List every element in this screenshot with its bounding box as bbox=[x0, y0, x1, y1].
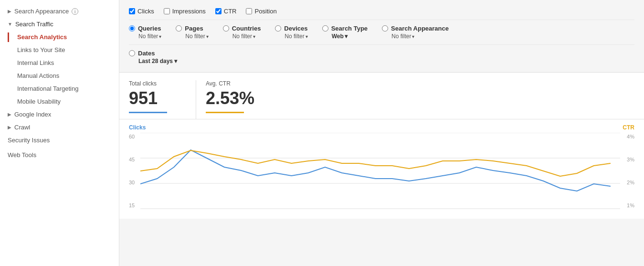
sidebar-label-crawl: Crawl bbox=[14, 124, 30, 131]
main-content: Clicks Impressions CTR Position bbox=[119, 0, 644, 266]
radio-devices[interactable]: Devices No filter ▾ bbox=[275, 25, 307, 40]
sidebar-item-search-appearance[interactable]: ▶ Search Appearance i bbox=[0, 5, 119, 18]
chevron-down-icon: ▼ bbox=[8, 21, 12, 27]
dates-row: Dates Last 28 days ▾ bbox=[129, 44, 634, 67]
sidebar-item-security-issues[interactable]: Security Issues bbox=[0, 134, 119, 147]
radio-queries-input[interactable] bbox=[129, 25, 135, 32]
checkbox-clicks-input[interactable] bbox=[129, 8, 135, 14]
checkbox-impressions-label: Impressions bbox=[172, 8, 206, 15]
radio-group: Queries No filter ▾ Pages No filter bbox=[129, 25, 449, 40]
stat-avg-ctr-label: Avg. CTR bbox=[206, 80, 254, 87]
dropdown-arrow-pages: ▾ bbox=[206, 34, 209, 39]
radio-pages-label: Pages bbox=[185, 25, 203, 32]
sidebar-group-search-traffic[interactable]: ▼ Search Traffic bbox=[0, 18, 119, 31]
sidebar-item-international-targeting[interactable]: International Targeting bbox=[8, 82, 119, 95]
radio-pages-input[interactable] bbox=[176, 25, 182, 32]
sidebar-item-google-index[interactable]: ▶ Google Index bbox=[0, 108, 119, 121]
sidebar-item-links-to-your-site[interactable]: Links to Your Site bbox=[8, 43, 119, 56]
chart-container: 60 45 30 15 4% 3% 2% 1% bbox=[129, 133, 634, 209]
stats-section: Total clicks 951 Avg. CTR 2.53% bbox=[119, 73, 644, 119]
dropdown-arrow-queries: ▾ bbox=[159, 34, 161, 39]
sidebar: ▶ Search Appearance i ▼ Search Traffic S… bbox=[0, 0, 119, 266]
checkbox-impressions-input[interactable] bbox=[164, 8, 170, 14]
radio-search-type[interactable]: Search Type Web ▾ bbox=[322, 25, 368, 40]
radio-search-appearance-input[interactable] bbox=[382, 25, 388, 32]
dates-value[interactable]: Last 28 days ▾ bbox=[138, 58, 177, 64]
checkbox-position[interactable]: Position bbox=[246, 8, 276, 15]
radio-countries-input[interactable] bbox=[223, 25, 229, 32]
radio-countries[interactable]: Countries No filter ▾ bbox=[223, 25, 261, 40]
sidebar-item-mobile-usability[interactable]: Mobile Usability bbox=[8, 95, 119, 108]
radio-devices-label: Devices bbox=[284, 25, 307, 32]
chevron-right-icon-crawl: ▶ bbox=[8, 125, 11, 130]
pages-filter-sub[interactable]: No filter ▾ bbox=[185, 33, 208, 40]
radio-search-type-input[interactable] bbox=[322, 25, 328, 32]
stat-avg-ctr-value: 2.53% bbox=[206, 89, 254, 108]
info-icon[interactable]: i bbox=[72, 8, 78, 15]
checkbox-ctr-label: CTR bbox=[224, 8, 237, 15]
sidebar-label-security-issues: Security Issues bbox=[8, 137, 50, 144]
sidebar-item-crawl[interactable]: ▶ Crawl bbox=[0, 121, 119, 134]
dates-label: Dates bbox=[138, 50, 155, 57]
chart-section: Clicks CTR 60 45 30 15 4% 3% 2% 1% bbox=[119, 119, 644, 219]
countries-filter-sub[interactable]: No filter ▾ bbox=[232, 33, 255, 40]
radio-search-appearance[interactable]: Search Appearance No filter ▾ bbox=[382, 25, 449, 40]
checkbox-ctr[interactable]: CTR bbox=[215, 8, 237, 15]
dates-group[interactable]: Dates Last 28 days ▾ bbox=[129, 50, 177, 64]
radio-search-type-label: Search Type bbox=[331, 25, 368, 32]
stat-avg-ctr: Avg. CTR 2.53% bbox=[196, 80, 264, 119]
stat-total-clicks: Total clicks 951 bbox=[129, 80, 196, 119]
devices-filter-sub[interactable]: No filter ▾ bbox=[285, 33, 307, 40]
stat-total-clicks-label: Total clicks bbox=[129, 80, 186, 87]
checkbox-ctr-input[interactable] bbox=[215, 8, 222, 14]
radio-devices-input[interactable] bbox=[275, 25, 281, 32]
sidebar-item-web-tools[interactable]: Web Tools bbox=[0, 149, 119, 161]
stat-total-clicks-value: 951 bbox=[129, 89, 186, 108]
checkbox-clicks[interactable]: Clicks bbox=[129, 8, 154, 15]
radio-pages[interactable]: Pages No filter ▾ bbox=[176, 25, 208, 40]
checkbox-clicks-label: Clicks bbox=[137, 8, 154, 15]
dropdown-arrow-countries: ▾ bbox=[253, 34, 255, 39]
dropdown-arrow-search-type: ▾ bbox=[345, 33, 348, 40]
sidebar-item-internal-links[interactable]: Internal Links bbox=[8, 56, 119, 69]
radio-dates-input[interactable] bbox=[129, 50, 135, 56]
y-axis-left: 60 45 30 15 bbox=[129, 133, 137, 209]
dropdown-arrow-dates: ▾ bbox=[174, 58, 177, 64]
sidebar-sub-search-traffic: Search Analytics Links to Your Site Inte… bbox=[0, 31, 119, 108]
chart-label-ctr: CTR bbox=[623, 124, 634, 131]
chart-svg-wrapper bbox=[140, 133, 620, 209]
checkbox-row: Clicks Impressions CTR Position bbox=[129, 5, 634, 18]
chart-svg bbox=[140, 133, 620, 209]
checkbox-impressions[interactable]: Impressions bbox=[164, 8, 206, 15]
sidebar-item-manual-actions[interactable]: Manual Actions bbox=[8, 69, 119, 82]
radio-countries-label: Countries bbox=[232, 25, 261, 32]
checkbox-position-input[interactable] bbox=[246, 8, 252, 14]
sidebar-item-search-analytics[interactable]: Search Analytics bbox=[8, 31, 119, 43]
sidebar-label-search-appearance: Search Appearance bbox=[14, 8, 69, 15]
sidebar-label-search-traffic: Search Traffic bbox=[15, 21, 53, 28]
sidebar-label-google-index: Google Index bbox=[14, 111, 51, 118]
chart-label-clicks: Clicks bbox=[129, 124, 146, 131]
radio-queries[interactable]: Queries No filter ▾ bbox=[129, 25, 161, 40]
queries-filter-sub[interactable]: No filter ▾ bbox=[138, 33, 161, 40]
chart-labels: Clicks CTR bbox=[129, 124, 634, 131]
stat-total-clicks-underline bbox=[129, 112, 167, 113]
radio-search-appearance-label: Search Appearance bbox=[391, 25, 449, 32]
search-type-filter-sub[interactable]: Web ▾ bbox=[332, 33, 348, 40]
sidebar-label-web-tools: Web Tools bbox=[8, 151, 36, 159]
dropdown-arrow-search-appearance: ▾ bbox=[412, 34, 414, 39]
chevron-right-icon-google: ▶ bbox=[8, 112, 11, 117]
radio-row: Queries No filter ▾ Pages No filter bbox=[129, 20, 634, 43]
dropdown-arrow-devices: ▾ bbox=[306, 34, 308, 39]
chevron-right-icon: ▶ bbox=[8, 9, 11, 14]
filter-bar: Clicks Impressions CTR Position bbox=[119, 0, 644, 73]
radio-queries-label: Queries bbox=[138, 25, 161, 32]
search-appearance-filter-sub[interactable]: No filter ▾ bbox=[391, 33, 414, 40]
stat-avg-ctr-underline bbox=[206, 112, 244, 113]
checkbox-position-label: Position bbox=[254, 8, 276, 15]
y-axis-right: 4% 3% 2% 1% bbox=[625, 133, 634, 209]
